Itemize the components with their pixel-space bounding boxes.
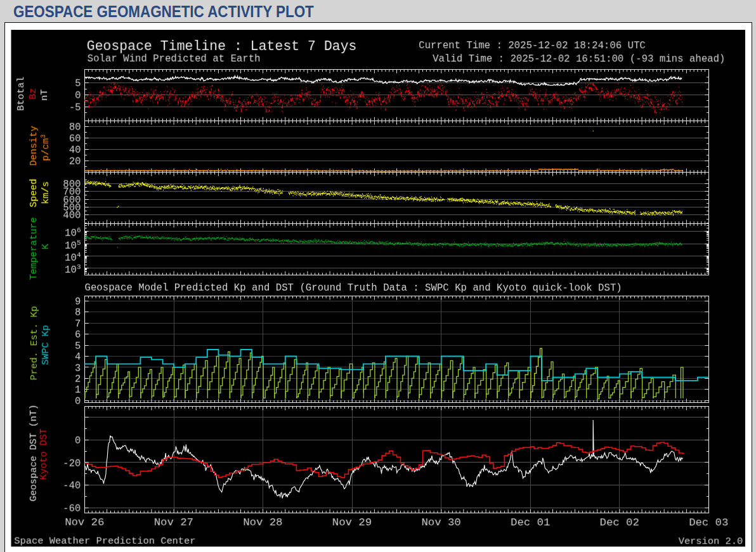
svg-text:Nov 28: Nov 28 xyxy=(243,516,282,529)
svg-text:0: 0 xyxy=(75,90,81,102)
svg-text:Current Time : 2025-12-02 18:2: Current Time : 2025-12-02 18:24:06 UTC xyxy=(419,40,646,51)
svg-text:Speed: Speed xyxy=(29,179,39,207)
svg-text:9: 9 xyxy=(75,296,81,308)
svg-text:0: 0 xyxy=(75,396,81,407)
svg-text:-20: -20 xyxy=(63,457,81,469)
svg-text:Version 2.0: Version 2.0 xyxy=(679,536,743,547)
svg-text:Dec 03: Dec 03 xyxy=(689,516,728,529)
svg-text:5: 5 xyxy=(75,340,81,352)
svg-text:Geospace DST (nT): Geospace DST (nT) xyxy=(29,404,39,501)
svg-text:Nov 26: Nov 26 xyxy=(65,516,104,529)
svg-text:Nov 29: Nov 29 xyxy=(332,516,372,529)
svg-text:-60: -60 xyxy=(63,503,81,515)
svg-text:Solar Wind Predicted at Earth: Solar Wind Predicted at Earth xyxy=(88,53,261,64)
svg-text:Dec 01: Dec 01 xyxy=(511,516,550,529)
svg-text:7: 7 xyxy=(75,318,81,329)
svg-text:Geospace Model Predicted Kp an: Geospace Model Predicted Kp and DST (Gro… xyxy=(84,282,622,293)
svg-text:Pred. Est. Kp: Pred. Est. Kp xyxy=(29,306,39,380)
svg-text:Bz: Bz xyxy=(28,88,39,100)
svg-text:4: 4 xyxy=(75,352,81,363)
svg-text:-5: -5 xyxy=(69,102,81,114)
svg-text:nT: nT xyxy=(39,89,50,101)
svg-text:-40: -40 xyxy=(63,480,81,492)
svg-text:Nov 30: Nov 30 xyxy=(421,516,460,529)
svg-text:3: 3 xyxy=(75,362,81,374)
svg-text:5: 5 xyxy=(75,78,81,89)
svg-text:400: 400 xyxy=(63,210,81,221)
svg-text:Btotal: Btotal xyxy=(16,77,27,111)
svg-text:20: 20 xyxy=(69,156,81,168)
svg-text:80: 80 xyxy=(69,122,81,133)
svg-text:8: 8 xyxy=(75,307,81,319)
svg-text:40: 40 xyxy=(69,145,81,156)
svg-text:2: 2 xyxy=(75,374,81,385)
svg-text:p/cm3: p/cm3 xyxy=(40,135,51,161)
svg-text:Valid Time : 2025-12-02 16:51:: Valid Time : 2025-12-02 16:51:00 (-93 mi… xyxy=(433,53,725,65)
svg-text:Space Weather Prediction Cente: Space Weather Prediction Center xyxy=(14,535,195,546)
svg-text:0: 0 xyxy=(75,435,81,447)
svg-text:6: 6 xyxy=(75,329,81,341)
svg-text:Density: Density xyxy=(29,126,39,166)
svg-text:60: 60 xyxy=(69,133,81,145)
svg-text:Nov 27: Nov 27 xyxy=(154,516,193,529)
svg-text:Temperature: Temperature xyxy=(29,217,39,280)
svg-text:km/s: km/s xyxy=(41,181,51,204)
svg-text:K: K xyxy=(41,244,51,249)
svg-text:Kyoto DST: Kyoto DST xyxy=(38,428,49,480)
svg-text:Geospace Timeline : Latest 7 D: Geospace Timeline : Latest 7 Days xyxy=(87,38,357,53)
svg-text:Dec 02: Dec 02 xyxy=(600,516,639,529)
svg-text:1: 1 xyxy=(75,384,81,396)
svg-text:SWPC Kp: SWPC Kp xyxy=(40,325,51,365)
